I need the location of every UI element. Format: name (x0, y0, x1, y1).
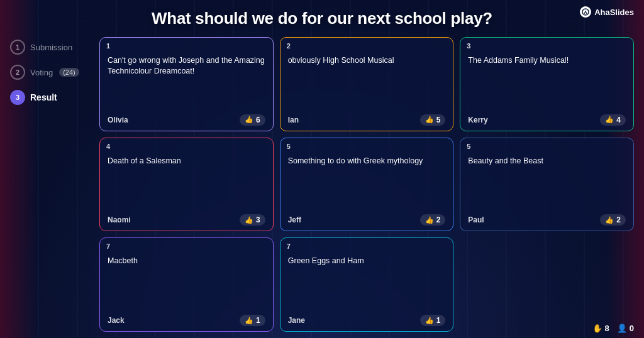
thumb-icon-7: 👍 (245, 317, 253, 325)
card-text-5: Something to do with Greek mythology (288, 156, 446, 211)
sidebar-label-voting: Voting (30, 68, 53, 77)
sidebar-item-voting[interactable]: 2 Voting (24) (10, 65, 92, 80)
card-1: 1 Can't go wrong with Joseph and the Ama… (99, 37, 274, 131)
svg-text:A: A (584, 10, 587, 14)
cards-grid: 1 Can't go wrong with Joseph and the Ama… (99, 37, 634, 332)
card-rank-4: 4 (106, 143, 110, 150)
card-rank-8: 7 (287, 243, 291, 250)
card-8: 7 Green Eggs and Ham Jane 👍 1 (280, 237, 454, 332)
card-footer-7: Jack 👍 1 (108, 315, 265, 326)
thumb-icon-1: 👍 (245, 116, 253, 124)
votes-count-6: 2 (616, 215, 621, 224)
card-footer-6: Paul 👍 2 (468, 214, 626, 226)
thumb-icon-6: 👍 (605, 216, 614, 224)
votes-count-1: 6 (256, 116, 260, 124)
votes-count-7: 1 (256, 316, 260, 325)
card-3: 3 The Addams Family Musical! Kerry 👍 4 (460, 37, 634, 131)
voting-badge: (24) (59, 68, 79, 77)
card-text-1: Can't go wrong with Joseph and the Amazi… (108, 55, 265, 111)
card-rank-6: 5 (467, 143, 470, 150)
votes-count-3: 4 (616, 116, 621, 124)
logo-text: AhaSlides (594, 8, 634, 17)
votes-count-5: 2 (436, 215, 441, 224)
card-author-5: Jeff (288, 215, 301, 224)
card-author-7: Jack (108, 316, 125, 325)
card-votes-2: 👍 5 (420, 114, 446, 126)
card-rank-5: 5 (287, 143, 291, 150)
sidebar: 1 Submission 2 Voting (24) 3 Result (10, 37, 92, 332)
thumb-icon-3: 👍 (605, 116, 614, 124)
logo: A AhaSlides (580, 6, 634, 18)
card-votes-5: 👍 2 (420, 214, 446, 226)
card-text-3: The Addams Family Musical! (468, 55, 626, 111)
card-votes-7: 👍 1 (240, 315, 265, 326)
person-count-value: 0 (630, 324, 634, 333)
card-text-8: Green Eggs and Ham (288, 256, 446, 311)
card-rank-3: 3 (467, 42, 470, 50)
card-author-1: Olivia (108, 116, 128, 124)
card-footer-5: Jeff 👍 2 (288, 214, 446, 226)
card-rank-7: 7 (106, 243, 110, 250)
sidebar-num-3: 3 (10, 90, 25, 105)
sidebar-num-2: 2 (10, 65, 25, 80)
card-author-6: Paul (468, 215, 484, 224)
thumb-icon-4: 👍 (245, 216, 253, 224)
card-footer-3: Kerry 👍 4 (468, 114, 626, 126)
logo-svg: A (582, 8, 589, 16)
card-author-4: Naomi (108, 215, 131, 224)
card-text-6: Beauty and the Beast (468, 156, 626, 211)
card-7: 7 Macbeth Jack 👍 1 (99, 237, 274, 332)
card-footer-2: Ian 👍 5 (288, 114, 446, 126)
hand-count-value: 8 (605, 324, 609, 333)
card-text-7: Macbeth (108, 256, 265, 311)
card-votes-6: 👍 2 (600, 214, 626, 226)
card-footer-8: Jane 👍 1 (288, 315, 446, 326)
bottom-bar: ✋ 8 👤 0 (592, 324, 634, 333)
card-author-2: Ian (288, 116, 299, 124)
card-6: 5 Beauty and the Beast Paul 👍 2 (460, 138, 634, 232)
votes-count-2: 5 (436, 116, 441, 124)
thumb-icon-5: 👍 (425, 216, 434, 224)
card-4: 4 Death of a Salesman Naomi 👍 3 (99, 138, 274, 232)
sidebar-item-result[interactable]: 3 Result (10, 90, 92, 105)
card-footer-4: Naomi 👍 3 (108, 214, 265, 226)
person-count: 👤 0 (617, 324, 634, 333)
card-rank-1: 1 (106, 42, 110, 50)
hand-icon: ✋ (592, 324, 602, 333)
main-layout: 1 Submission 2 Voting (24) 3 Result 1 Ca… (10, 37, 634, 332)
card-author-8: Jane (288, 316, 305, 325)
card-votes-8: 👍 1 (420, 315, 446, 326)
sidebar-label-result: Result (30, 92, 57, 102)
hand-count: ✋ 8 (592, 324, 609, 333)
card-footer-1: Olivia 👍 6 (108, 114, 265, 126)
thumb-icon-8: 👍 (425, 317, 434, 325)
card-5: 5 Something to do with Greek mythology J… (280, 138, 454, 232)
card-text-2: obviously High School Musical (288, 55, 446, 111)
sidebar-num-1: 1 (10, 40, 25, 55)
card-text-4: Death of a Salesman (108, 156, 265, 211)
votes-count-8: 1 (436, 316, 441, 325)
votes-count-4: 3 (256, 215, 260, 224)
thumb-icon-2: 👍 (425, 116, 434, 124)
sidebar-label-submission: Submission (30, 43, 72, 52)
card-2: 2 obviously High School Musical Ian 👍 5 (280, 37, 454, 131)
card-votes-3: 👍 4 (600, 114, 626, 126)
card-rank-2: 2 (287, 42, 291, 50)
logo-icon: A (580, 6, 591, 18)
card-votes-4: 👍 3 (240, 214, 265, 226)
person-icon: 👤 (617, 324, 627, 333)
sidebar-item-submission[interactable]: 1 Submission (10, 40, 92, 55)
page-title: What should we do for our next school pl… (10, 9, 634, 28)
card-author-3: Kerry (468, 116, 487, 124)
card-votes-1: 👍 6 (240, 114, 265, 126)
main-content: A AhaSlides What should we do for our ne… (0, 0, 644, 338)
